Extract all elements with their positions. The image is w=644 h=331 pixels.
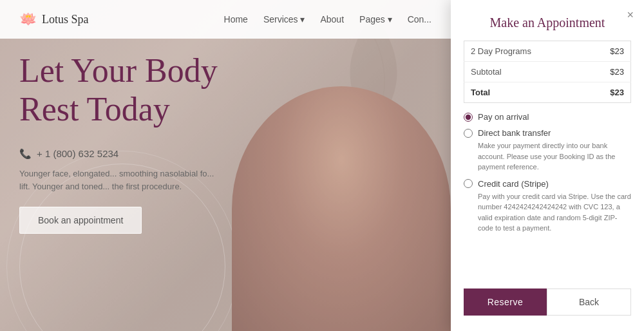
payment-bank-radio[interactable]: [464, 129, 473, 138]
lotus-icon: 🪷: [19, 11, 37, 28]
reserve-button[interactable]: Reserve: [464, 288, 547, 316]
payment-bank-description: Make your payment directly into our bank…: [478, 140, 631, 173]
row-label-total: Total: [464, 82, 586, 103]
back-button[interactable]: Back: [547, 288, 631, 316]
hero-content: Let Your Body Rest Today 📞 + 1 (800) 632…: [19, 52, 225, 234]
row-price-subtotal: $23: [586, 62, 631, 82]
row-price-programs: $23: [586, 41, 631, 62]
summary-row-programs: 2 Day Programs $23: [464, 41, 631, 62]
payment-bank-text: Direct bank transfer: [478, 128, 551, 138]
hero-phone: 📞 + 1 (800) 632 5234: [19, 148, 225, 160]
payment-bank-label[interactable]: Direct bank transfer: [464, 128, 631, 138]
nav-services[interactable]: Services ▾: [263, 14, 305, 24]
nav-home[interactable]: Home: [224, 14, 248, 24]
nav-about[interactable]: About: [320, 14, 344, 24]
action-buttons: Reserve Back: [464, 288, 631, 316]
phone-icon: 📞: [19, 148, 32, 160]
book-appointment-button[interactable]: Book an appointment: [19, 207, 142, 234]
row-label-programs: 2 Day Programs: [464, 41, 586, 62]
hero-description: Younger face, elongated... smoothing nas…: [19, 167, 225, 194]
payment-option-bank: Direct bank transfer Make your payment d…: [464, 128, 631, 173]
row-price-total: $23: [586, 82, 631, 103]
modal-title: Make an Appointment: [464, 15, 631, 30]
payment-option-arrival: Pay on arrival: [464, 112, 631, 122]
summary-row-subtotal: Subtotal $23: [464, 62, 631, 82]
hero-title: Let Your Body Rest Today: [19, 52, 225, 129]
payment-stripe-label[interactable]: Credit card (Stripe): [464, 179, 631, 189]
payment-option-stripe: Credit card (Stripe) Pay with your credi…: [464, 179, 631, 234]
row-label-subtotal: Subtotal: [464, 62, 586, 82]
close-button[interactable]: ×: [627, 9, 634, 21]
nav-links: Home Services ▾ About Pages ▾ Con...: [224, 14, 431, 24]
logo-text: Lotus Spa: [42, 13, 89, 26]
logo[interactable]: 🪷 Lotus Spa: [19, 11, 89, 28]
nav-pages[interactable]: Pages ▾: [359, 14, 392, 24]
appointment-modal: × Make an Appointment 2 Day Programs $23…: [451, 0, 644, 331]
payment-arrival-radio[interactable]: [464, 113, 473, 122]
payment-arrival-text: Pay on arrival: [478, 112, 529, 122]
payment-stripe-radio[interactable]: [464, 179, 473, 188]
payment-stripe-text: Credit card (Stripe): [478, 179, 549, 189]
nav-contact[interactable]: Con...: [408, 14, 431, 24]
navbar: 🪷 Lotus Spa Home Services ▾ About Pages …: [0, 0, 451, 39]
payment-arrival-label[interactable]: Pay on arrival: [464, 112, 631, 122]
summary-row-total: Total $23: [464, 82, 631, 103]
payment-stripe-description: Pay with your credit card via Stripe. Us…: [478, 191, 631, 234]
summary-table: 2 Day Programs $23 Subtotal $23 Total $2…: [464, 41, 631, 103]
